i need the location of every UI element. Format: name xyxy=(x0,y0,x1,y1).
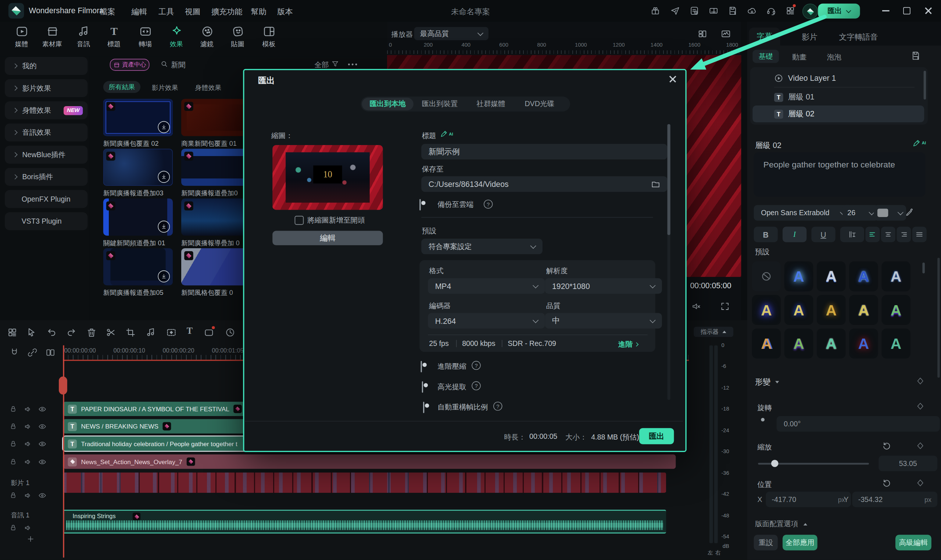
help-icon[interactable]: ? xyxy=(484,200,492,209)
lock-icon[interactable] xyxy=(9,524,17,531)
toolbar-item-templates[interactable]: 模板 xyxy=(256,25,282,49)
download-icon[interactable] xyxy=(158,171,170,183)
eye-icon[interactable] xyxy=(38,440,46,448)
dialog-tab-local-active[interactable]: 匯出到本地 xyxy=(362,98,413,110)
subtitle-text-input[interactable]: People gather together to celebrate xyxy=(754,152,926,197)
sidebar-item-mine[interactable]: 我的 xyxy=(5,57,88,75)
support-icon[interactable] xyxy=(767,6,776,15)
preset-style[interactable]: A xyxy=(817,262,845,292)
lock-icon[interactable] xyxy=(9,458,17,465)
font-family-select[interactable]: Open Sans Extrabold xyxy=(754,205,852,220)
overlay-clip[interactable]: News_Set_Action_News_Overlay_7 xyxy=(63,455,676,469)
preset-style[interactable]: A xyxy=(817,295,845,325)
y-input[interactable]: -354.32 px xyxy=(852,492,937,507)
effect-card[interactable]: 新聞風格包覆蓋 0 xyxy=(181,248,251,297)
add-text-icon[interactable]: T xyxy=(187,326,193,336)
scale-slider-knob[interactable] xyxy=(771,460,779,467)
toolbar-item-titles[interactable]: T 標題 xyxy=(101,25,127,49)
rotate-input[interactable]: 0.00° xyxy=(777,416,940,431)
select-tool-icon[interactable] xyxy=(26,327,37,337)
redo-icon[interactable] xyxy=(66,327,76,337)
tab-tts[interactable]: 文字轉語音 xyxy=(839,32,878,43)
eyedropper-icon[interactable] xyxy=(905,208,915,217)
preset-style[interactable]: A xyxy=(881,329,910,359)
tab-video-effects[interactable]: 影片效果 xyxy=(152,83,178,92)
help-icon[interactable]: ? xyxy=(472,381,480,390)
underline-button[interactable]: U xyxy=(811,226,835,242)
scale-input[interactable]: 53.05 xyxy=(879,456,937,471)
cloud-backup-icon[interactable] xyxy=(747,6,757,15)
highlight-extract-toggle[interactable] xyxy=(422,381,423,392)
eye-icon[interactable] xyxy=(38,492,46,499)
video-clip-filmstrip[interactable] xyxy=(63,472,666,493)
help-icon[interactable]: ? xyxy=(472,361,480,370)
download-icon[interactable] xyxy=(158,270,170,282)
presets-scrollbar[interactable] xyxy=(922,263,925,273)
split-view-icon[interactable] xyxy=(697,29,708,39)
export-name-input[interactable]: 新聞示例 xyxy=(421,144,667,159)
maximize-button[interactable] xyxy=(903,7,910,15)
preset-style[interactable]: A xyxy=(784,329,813,359)
folder-icon[interactable] xyxy=(651,180,660,188)
menu-file[interactable]: 檔案 xyxy=(100,7,115,17)
eye-icon[interactable] xyxy=(38,458,46,466)
sidebar-item-vst3[interactable]: VST3 Plugin xyxy=(5,212,88,230)
gift-icon[interactable] xyxy=(651,6,660,15)
help-icon[interactable]: ? xyxy=(493,402,502,411)
ai-title-icon[interactable]: AI xyxy=(440,130,453,138)
preset-style[interactable]: A xyxy=(784,262,813,292)
toolbar-item-media[interactable]: 媒體 xyxy=(8,25,35,49)
speaker-icon[interactable] xyxy=(24,524,32,532)
x-input[interactable]: -417.70 px xyxy=(766,492,851,507)
toolbar-item-stock[interactable]: 素材庫 xyxy=(38,25,66,49)
menu-edit[interactable]: 編輯 xyxy=(131,7,147,17)
save-path-input[interactable]: C:/Users/86134/Videos xyxy=(421,176,667,192)
mute-icon[interactable] xyxy=(691,302,701,311)
avatar[interactable] xyxy=(802,4,818,19)
minimize-button[interactable] xyxy=(882,10,890,11)
layer-row-text1[interactable]: T 層級 01 xyxy=(753,89,924,106)
speaker-icon[interactable] xyxy=(24,492,32,499)
dialog-tab-social[interactable]: 社群媒體 xyxy=(466,98,516,110)
layout-options-header[interactable]: 版面配置選項 xyxy=(755,519,808,529)
apps-grid-icon[interactable] xyxy=(785,6,795,15)
menu-tools[interactable]: 工具 xyxy=(159,7,174,17)
preset-style[interactable]: A xyxy=(784,295,813,325)
preset-none[interactable] xyxy=(752,262,781,292)
advanced-edit-button[interactable]: 高級編輯 xyxy=(895,535,932,550)
speed-icon[interactable] xyxy=(225,327,235,337)
toolbar-item-filters[interactable]: 濾鏡 xyxy=(194,25,220,49)
preset-style[interactable]: A xyxy=(752,329,781,359)
save-preset-icon[interactable] xyxy=(911,51,920,61)
lock-icon[interactable] xyxy=(9,423,17,430)
transform-header[interactable]: 形變 xyxy=(755,376,780,387)
add-thumbnail-checkbox[interactable] xyxy=(295,216,304,225)
quality-select[interactable]: 中 xyxy=(545,313,662,328)
encoder-select[interactable]: H.264 xyxy=(428,313,545,328)
preset-style[interactable]: A xyxy=(849,262,878,292)
effect-card[interactable]: 新聞廣播報道疊加03 xyxy=(103,149,173,198)
playback-quality-select[interactable]: 最高品質 xyxy=(414,27,489,40)
resolution-select[interactable]: 1920*1080 xyxy=(545,278,662,294)
inspector-scrollbar[interactable] xyxy=(937,258,940,378)
fullscreen-icon[interactable] xyxy=(720,302,730,311)
effect-card[interactable]: 新聞廣播報導疊加 0 xyxy=(181,198,251,248)
export-confirm-button[interactable]: 匯出 xyxy=(639,428,674,444)
task-list-icon[interactable] xyxy=(690,6,699,15)
keyframe-diamond-icon[interactable] xyxy=(916,402,924,411)
preset-select[interactable]: 符合專案設定 xyxy=(421,239,543,254)
advanced-compression-toggle[interactable] xyxy=(421,361,422,372)
tab-subtitles[interactable]: 字幕 xyxy=(749,28,781,46)
sidebar-item-newblue[interactable]: NewBlue插件 xyxy=(5,146,88,164)
sidebar-item-openfx[interactable]: OpenFX Plugin xyxy=(5,190,88,208)
keyframe-diamond-icon[interactable] xyxy=(916,478,924,487)
delete-icon[interactable] xyxy=(86,327,97,337)
effect-card[interactable]: 新聞廣播報道疊加05 xyxy=(103,248,173,297)
align-left-button-active[interactable] xyxy=(865,226,879,242)
align-justify-button[interactable] xyxy=(912,226,927,242)
auto-reframe-toggle[interactable] xyxy=(423,402,424,413)
speaker-icon[interactable] xyxy=(24,405,32,413)
toolbar-item-effects[interactable]: 效果 xyxy=(163,25,190,49)
export-button[interactable]: 匯出 xyxy=(818,4,860,19)
edit-thumbnail-button[interactable]: 編輯 xyxy=(272,231,383,245)
